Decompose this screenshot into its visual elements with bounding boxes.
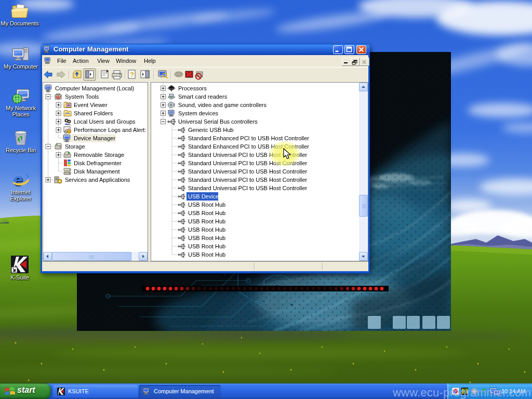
svg-text:e: e bbox=[14, 170, 23, 189]
svg-text:?: ? bbox=[130, 71, 134, 78]
